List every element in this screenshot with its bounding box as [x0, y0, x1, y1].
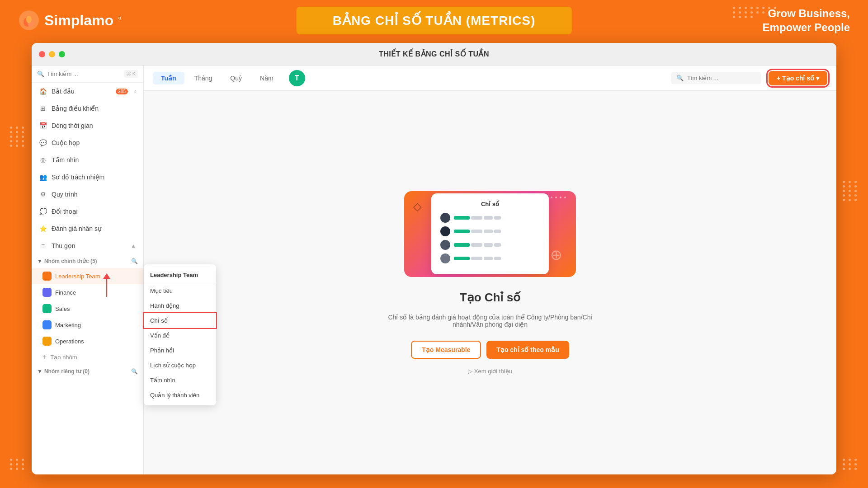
team-item-sales[interactable]: Sales [32, 300, 143, 317]
team-item-finance[interactable]: Finance [32, 284, 143, 300]
sidebar-item-thu-gon[interactable]: ≡ Thu gọn ▲ [32, 237, 143, 254]
nav-badge: 285 [116, 89, 128, 94]
create-metric-button[interactable]: + Tạo chỉ số ▾ [769, 71, 827, 85]
arrow-line [106, 279, 107, 297]
sidebar-item-bat-dau[interactable]: 🏠 Bắt đầu 285 ‹ [32, 83, 143, 100]
dots-right-2 [843, 459, 858, 470]
metrics-card-title: Chỉ số [440, 201, 540, 207]
toolbar-search-box[interactable]: 🔍 [671, 72, 761, 84]
intro-link[interactable]: ▷ Xem giới thiệu [468, 368, 512, 375]
main-window: THIẾT KẾ BẢNG CHỈ SỐ TUẦN 🔍 ⌘ K 🏠 Bắt đầ… [32, 43, 836, 474]
dropdown-item-hanh-dong[interactable]: Hành động [144, 298, 216, 313]
collapse-icon-nav: ≡ [39, 242, 47, 250]
sidebar-item-label: Bắt đầu [52, 88, 75, 95]
dropdown-item-phan-hoi[interactable]: Phản hồi [144, 343, 216, 358]
org-chart-icon: 👥 [39, 173, 47, 181]
sidebar: 🔍 ⌘ K 🏠 Bắt đầu 285 ‹ ⊞ Bảng điều khiển … [32, 66, 144, 474]
team-dot-sales [42, 304, 52, 313]
svg-point-3 [26, 16, 32, 23]
bars-4 [454, 257, 540, 260]
dropdown-item-van-de[interactable]: Vấn đề [144, 328, 216, 343]
add-team-button[interactable]: + Tạo nhóm [32, 349, 143, 365]
sidebar-item-quy-trinh[interactable]: ⚙ Quy trình [32, 186, 143, 203]
team-item-leadership[interactable]: Leadership Team [32, 268, 143, 284]
tab-group: Tuần Tháng Quý Năm [153, 72, 282, 84]
metrics-row-4 [440, 253, 540, 263]
top-banner: Simplamo ° BẢNG CHỈ SỐ TUẦN (METRICS) Gr… [0, 0, 868, 41]
bar-gray-12 [494, 257, 501, 260]
bar-green-1 [454, 216, 470, 220]
sidebar-item-label: Quy trình [52, 191, 78, 198]
process-icon: ⚙ [39, 190, 47, 198]
maximize-button[interactable] [59, 51, 65, 57]
bar-gray-5 [484, 230, 493, 233]
sidebar-item-so-do[interactable]: 👥 Sơ đồ trách nhiệm [32, 169, 143, 186]
minimize-button[interactable] [49, 51, 55, 57]
dropdown-item-muc-tieu[interactable]: Mục tiêu [144, 283, 216, 298]
illus-icon-tl: ◇ [413, 200, 421, 213]
sidebar-item-cuoc-hop[interactable]: 💬 Cuộc họp [32, 134, 143, 151]
dropdown-item-chi-so[interactable]: Chỉ số [144, 313, 216, 328]
search-private-icon[interactable]: 🔍 [131, 368, 138, 375]
tagline-line2: Empower People [763, 20, 850, 34]
user-avatar[interactable]: T [289, 70, 305, 86]
team-dot-finance [42, 288, 52, 297]
logo-area[interactable]: Simplamo ° [18, 9, 122, 31]
eval-icon: ⭐ [39, 225, 47, 233]
bar-gray-7 [471, 243, 482, 247]
sidebar-item-danh-gia[interactable]: ⭐ Đánh giá nhân sự [32, 220, 143, 237]
search-group-icon[interactable]: 🔍 [131, 258, 138, 264]
tab-nam[interactable]: Năm [252, 72, 282, 84]
tab-thang[interactable]: Tháng [186, 72, 221, 84]
official-group-title: Nhóm chính thức (5) [44, 258, 129, 264]
search-shortcut: ⌘ K [124, 70, 138, 78]
metrics-row-2 [440, 226, 540, 236]
dropdown-item-tam-nhin[interactable]: Tầm nhìn [144, 373, 216, 388]
team-label: Operations [55, 338, 84, 345]
dropdown-item-lich-su[interactable]: Lịch sử cuộc họp [144, 358, 216, 373]
sidebar-item-bang-dieu-khien[interactable]: ⊞ Bảng điều khiển [32, 100, 143, 117]
tab-tuan[interactable]: Tuần [153, 72, 184, 84]
bar-green-3 [454, 243, 470, 247]
center-title: Tạo Chỉ số [460, 291, 520, 305]
dots-left-2 [10, 459, 25, 470]
private-group-header[interactable]: ▼ Nhóm riêng tư (0) 🔍 [32, 365, 143, 378]
window-buttons [39, 51, 65, 57]
metrics-row-3 [440, 240, 540, 250]
tab-quy[interactable]: Quý [222, 72, 250, 84]
center-content: ◇ ⊕ Chỉ số [144, 91, 836, 474]
bar-gray-3 [494, 216, 501, 220]
avatar-1 [440, 213, 450, 223]
arrow-head-up [103, 273, 110, 279]
team-dot-operations [42, 337, 52, 346]
vision-icon: ◎ [39, 156, 47, 164]
close-button[interactable] [39, 51, 45, 57]
sidebar-item-dong-thoi-gian[interactable]: 📅 Dòng thời gian [32, 117, 143, 134]
create-template-button[interactable]: Tạo chỉ số theo mẫu [486, 341, 569, 359]
chat-icon: 💭 [39, 207, 47, 216]
official-group-header[interactable]: ▼ Nhóm chính thức (5) 🔍 [32, 254, 143, 268]
window-chrome: THIẾT KẾ BẢNG CHỈ SỐ TUẦN [32, 43, 836, 66]
avatar-3 [440, 240, 450, 250]
sidebar-item-label: Đối thoại [52, 208, 78, 215]
sidebar-item-doi-thoai[interactable]: 💭 Đối thoại [32, 203, 143, 220]
sidebar-search-input[interactable] [47, 70, 124, 77]
sidebar-search-bar[interactable]: 🔍 ⌘ K [32, 66, 143, 83]
expand-icon: ▼ [37, 258, 42, 264]
private-group-title: Nhóm riêng tư (0) [44, 368, 129, 375]
dropdown-item-quan-ly[interactable]: Quản lý thành viên [144, 388, 216, 403]
sidebar-item-label: Thu gọn [52, 242, 75, 249]
create-measurable-button[interactable]: Tạo Measurable [411, 341, 481, 359]
toolbar-search-input[interactable] [687, 75, 756, 81]
metrics-illustration: ◇ ⊕ Chỉ số [404, 191, 576, 277]
sidebar-item-label: Đánh giá nhân sự [52, 225, 102, 232]
sidebar-item-label: Sơ đồ trách nhiệm [52, 174, 104, 181]
sidebar-item-tam-nhin[interactable]: ◎ Tầm nhìn [32, 151, 143, 169]
team-label: Sales [55, 305, 70, 312]
expand-icon-private: ▼ [37, 368, 42, 375]
team-item-marketing[interactable]: Marketing [32, 317, 143, 333]
simplamo-logo-icon [18, 9, 40, 31]
sidebar-item-label: Dòng thời gian [52, 122, 93, 129]
dots-decoration-top [733, 7, 778, 18]
team-item-operations[interactable]: Operations [32, 333, 143, 349]
